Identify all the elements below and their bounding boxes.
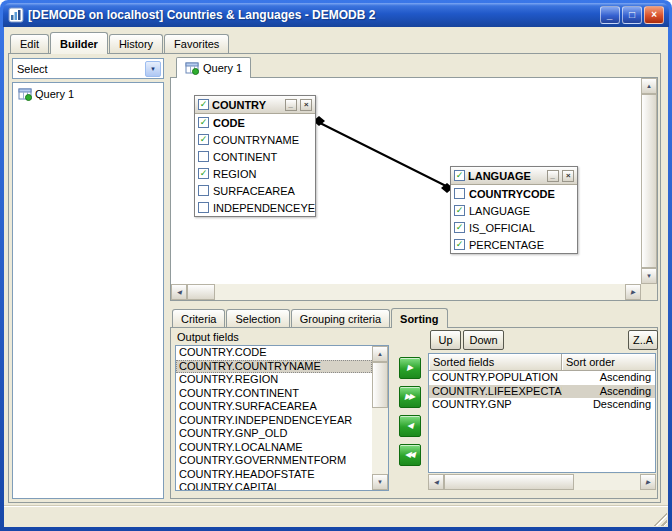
field-name: COUNTRYNAME <box>213 134 299 146</box>
tab-grouping-criteria[interactable]: Grouping criteria <box>291 309 390 327</box>
scroll-right-button[interactable]: ▶ <box>625 284 641 300</box>
move-left-button[interactable]: ◀ <box>399 415 421 437</box>
tab-favorites[interactable]: Favorites <box>164 34 229 53</box>
field-checkbox[interactable]: ✓ <box>454 239 465 250</box>
table-window-language[interactable]: ✓ LANGUAGE _ × COUNTRYCODE✓LANGUAGE✓IS_O… <box>450 166 578 254</box>
field-checkbox[interactable]: ✓ <box>454 205 465 216</box>
up-button[interactable]: Up <box>430 330 461 350</box>
sort-order-header[interactable]: Sort order <box>562 354 655 371</box>
scrollbar-thumb[interactable] <box>444 474 574 490</box>
canvas-vertical-scrollbar[interactable]: ▲ ▼ <box>641 78 657 284</box>
output-field-item[interactable]: COUNTRY.LOCALNAME <box>176 441 372 455</box>
double-arrow-left-icon: ◀◀ <box>405 451 413 459</box>
scrollbar-thumb[interactable] <box>641 94 657 268</box>
sorted-fields-header[interactable]: Sorted fields <box>429 354 562 371</box>
canvas-horizontal-scrollbar[interactable]: ◀ ▶ <box>171 284 641 300</box>
move-all-right-button[interactable]: ▶▶ <box>399 386 421 408</box>
table-checkbox[interactable]: ✓ <box>198 99 209 110</box>
scroll-down-button[interactable]: ▼ <box>641 268 657 284</box>
output-field-item[interactable]: COUNTRY.CODE <box>176 346 372 360</box>
table-field-row[interactable]: INDEPENDENCEYE. <box>195 199 315 216</box>
table-field-row[interactable]: ✓CODE <box>195 114 315 131</box>
table-country-fields: ✓CODE✓COUNTRYNAMECONTINENT✓REGIONSURFACE… <box>195 114 315 216</box>
scroll-left-icon: ◀ <box>434 479 439 485</box>
move-right-button[interactable]: ▶ <box>399 357 421 379</box>
scrollbar-thumb[interactable] <box>372 362 388 408</box>
field-checkbox[interactable]: ✓ <box>198 117 209 128</box>
close-button[interactable]: × <box>644 6 664 24</box>
scrollbar-thumb[interactable] <box>187 284 215 300</box>
table-field-row[interactable]: SURFACEAREA <box>195 182 315 199</box>
field-checkbox[interactable]: ✓ <box>454 222 465 233</box>
output-fields-scrollbar[interactable]: ▲ ▼ <box>372 346 388 490</box>
scroll-left-button[interactable]: ◀ <box>171 284 187 300</box>
sorted-field-row[interactable]: COUNTRY.GNPDescending <box>429 398 655 412</box>
diagram-canvas[interactable]: ✓ COUNTRY _ × ✓CODE✓COUNTRYNAMECONTINENT… <box>170 77 658 301</box>
move-all-left-button[interactable]: ◀◀ <box>399 444 421 466</box>
scroll-up-button[interactable]: ▲ <box>372 346 388 362</box>
table-minimize-button[interactable]: _ <box>547 170 559 182</box>
output-field-item[interactable]: COUNTRY.CONTINENT <box>176 387 372 401</box>
scroll-down-icon: ▼ <box>377 479 383 485</box>
table-country-titlebar[interactable]: ✓ COUNTRY _ × <box>195 96 315 114</box>
table-window-country[interactable]: ✓ COUNTRY _ × ✓CODE✓COUNTRYNAMECONTINENT… <box>194 95 316 217</box>
field-checkbox[interactable] <box>198 185 209 196</box>
resize-grip[interactable] <box>653 512 667 526</box>
output-field-item[interactable]: COUNTRY.COUNTRYNAME <box>176 360 372 374</box>
field-checkbox[interactable] <box>198 151 209 162</box>
sort-za-button[interactable]: Z..A <box>628 330 658 350</box>
output-field-item[interactable]: COUNTRY.INDEPENDENCEYEAR <box>176 414 372 428</box>
minimize-icon: _ <box>289 101 293 109</box>
output-fields-list[interactable]: COUNTRY.CODECOUNTRY.COUNTRYNAMECOUNTRY.R… <box>175 345 389 491</box>
table-minimize-button[interactable]: _ <box>285 99 297 111</box>
table-language-titlebar[interactable]: ✓ LANGUAGE _ × <box>451 167 577 185</box>
table-close-button[interactable]: × <box>300 99 312 111</box>
sorted-field-row[interactable]: COUNTRY.POPULATIONAscending <box>429 371 655 385</box>
table-field-row[interactable]: ✓REGION <box>195 165 315 182</box>
output-field-item[interactable]: COUNTRY.REGION <box>176 373 372 387</box>
sorted-field-row[interactable]: COUNTRY.LIFEEXPECTANCYAscending <box>429 385 655 399</box>
table-field-row[interactable]: ✓PERCENTAGE <box>451 236 577 253</box>
output-field-item[interactable]: COUNTRY.GOVERNMENTFORM <box>176 454 372 468</box>
sorted-fields-table[interactable]: Sorted fields Sort order COUNTRY.POPULAT… <box>428 353 656 473</box>
field-checkbox[interactable] <box>198 202 209 213</box>
tab-criteria[interactable]: Criteria <box>172 309 225 327</box>
scroll-up-button[interactable]: ▲ <box>641 78 657 94</box>
query-page-tab[interactable]: Query 1 <box>176 57 251 78</box>
output-field-item[interactable]: COUNTRY.GNP_OLD <box>176 427 372 441</box>
tab-selection[interactable]: Selection <box>226 309 289 327</box>
table-field-row[interactable]: ✓IS_OFFICIAL <box>451 219 577 236</box>
dropdown-button[interactable]: ▼ <box>145 61 161 77</box>
table-field-row[interactable]: ✓LANGUAGE <box>451 202 577 219</box>
select-dropdown[interactable]: Select ▼ <box>12 58 164 79</box>
table-field-row[interactable]: COUNTRYCODE <box>451 185 577 202</box>
output-field-item[interactable]: COUNTRY.HEADOFSTATE <box>176 468 372 482</box>
down-button[interactable]: Down <box>463 330 504 350</box>
titlebar[interactable]: [DEMODB on localhost] Countries & Langua… <box>3 3 669 27</box>
tab-sorting[interactable]: Sorting <box>391 308 448 328</box>
field-checkbox[interactable] <box>454 188 465 199</box>
table-checkbox[interactable]: ✓ <box>454 170 465 181</box>
table-close-button[interactable]: × <box>562 170 574 182</box>
sorted-fields-header-row: Sorted fields Sort order <box>429 354 655 371</box>
field-name: COUNTRYCODE <box>469 188 555 200</box>
tab-edit[interactable]: Edit <box>10 34 49 53</box>
table-field-row[interactable]: CONTINENT <box>195 148 315 165</box>
sorted-field-name: COUNTRY.LIFEEXPECTANCY <box>429 385 562 399</box>
scroll-right-button[interactable]: ▶ <box>640 474 656 490</box>
scroll-down-button[interactable]: ▼ <box>372 474 388 490</box>
tab-history[interactable]: History <box>109 34 163 53</box>
field-checkbox[interactable]: ✓ <box>198 168 209 179</box>
maximize-button[interactable]: □ <box>622 6 642 24</box>
sorted-fields-scrollbar[interactable]: ◀ ▶ <box>428 474 656 490</box>
field-checkbox[interactable]: ✓ <box>198 134 209 145</box>
scroll-left-button[interactable]: ◀ <box>428 474 444 490</box>
minimize-button[interactable]: _ <box>600 6 620 24</box>
tree-item-query1[interactable]: Query 1 <box>16 86 160 102</box>
table-field-row[interactable]: ✓COUNTRYNAME <box>195 131 315 148</box>
output-field-item[interactable]: COUNTRY.CAPITAL <box>176 481 372 490</box>
tab-builder[interactable]: Builder <box>50 32 108 54</box>
query-icon <box>18 87 32 101</box>
output-field-item[interactable]: COUNTRY.SURFACEAREA <box>176 400 372 414</box>
query-tree[interactable]: Query 1 <box>12 82 164 499</box>
